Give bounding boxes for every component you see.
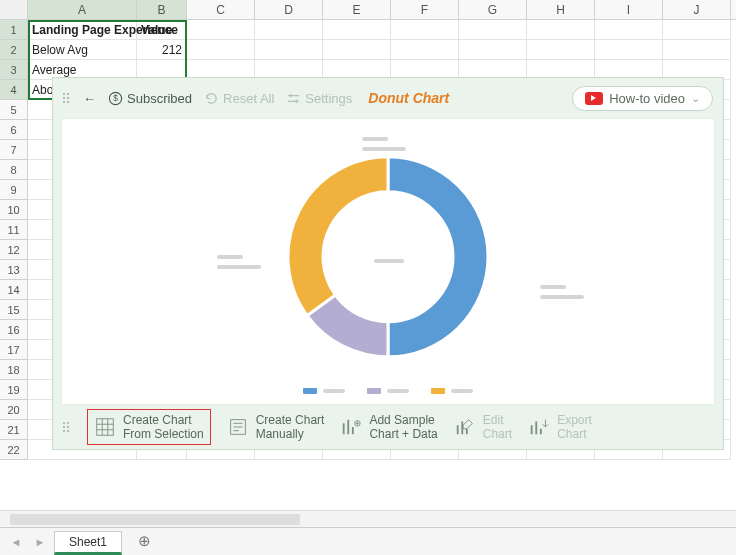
col-header-f[interactable]: F [391,0,459,19]
cell[interactable] [323,40,391,60]
chevron-down-icon: ⌄ [691,92,700,105]
tab-nav-prev[interactable]: ◄ [6,532,26,552]
cell[interactable] [595,40,663,60]
cell[interactable] [527,20,595,40]
add-sample-chart-button[interactable]: Add Sample Chart + Data [340,413,437,442]
add-sheet-button[interactable]: ⊕ [132,530,156,554]
col-header-d[interactable]: D [255,0,323,19]
row-header[interactable]: 9 [0,180,28,200]
reset-icon [204,91,219,106]
row-header[interactable]: 5 [0,100,28,120]
row-header[interactable]: 17 [0,340,28,360]
cell[interactable] [187,40,255,60]
row-header[interactable]: 13 [0,260,28,280]
col-header-b[interactable]: B [137,0,187,19]
label-placeholder [540,285,566,289]
row-header[interactable]: 7 [0,140,28,160]
reset-label: Reset All [223,91,274,106]
create-chart-manually-button[interactable]: Create Chart Manually [227,413,325,442]
create-chart-from-selection-button[interactable]: Create Chart From Selection [87,409,211,446]
row-header[interactable]: 8 [0,160,28,180]
label-placeholder [362,137,388,141]
cell[interactable]: Landing Page Experience [28,20,137,40]
button-label: Create Chart Manually [256,413,325,442]
cell[interactable]: Value [137,20,187,40]
settings-button[interactable]: Settings [286,91,352,106]
legend-swatch [367,388,381,394]
dollar-icon: $ [108,91,123,106]
cell[interactable] [323,20,391,40]
cell[interactable] [255,40,323,60]
cell[interactable] [255,20,323,40]
row-header[interactable]: 4 [0,80,28,100]
subscribed-button[interactable]: $ Subscribed [108,91,192,106]
button-label: Export Chart [557,413,592,442]
form-icon [227,416,249,438]
cell[interactable] [527,40,595,60]
cell[interactable] [459,20,527,40]
back-button[interactable]: ← [83,91,96,106]
label-placeholder [362,147,406,151]
label-placeholder [374,259,404,263]
scrollbar-thumb[interactable] [10,514,300,525]
horizontal-scrollbar[interactable] [0,510,736,527]
cell[interactable]: 212 [137,40,187,60]
donut-slice [288,156,388,315]
col-header-c[interactable]: C [187,0,255,19]
cell[interactable] [663,20,731,40]
sliders-icon [286,91,301,106]
row-header[interactable]: 10 [0,200,28,220]
export-chart-button[interactable]: Export Chart [528,413,592,442]
panel-title: Donut Chart [368,90,449,106]
cell[interactable] [391,20,459,40]
col-header-g[interactable]: G [459,0,527,19]
row-header[interactable]: 19 [0,380,28,400]
row-header[interactable]: 6 [0,120,28,140]
col-header-i[interactable]: I [595,0,663,19]
row-header[interactable]: 20 [0,400,28,420]
chart-preview-area [61,118,715,405]
cell[interactable] [391,40,459,60]
legend-swatch [303,388,317,394]
row-header[interactable]: 22 [0,440,28,460]
drag-handle-icon[interactable] [63,418,71,436]
svg-text:$: $ [113,93,118,103]
cell[interactable] [459,40,527,60]
chart-data-icon [340,416,362,438]
youtube-icon [585,92,603,105]
legend-item [431,388,473,394]
cell[interactable] [187,20,255,40]
edit-chart-button[interactable]: Edit Chart [454,413,512,442]
row-header[interactable]: 3 [0,60,28,80]
export-chart-icon [528,416,550,438]
row-header[interactable]: 12 [0,240,28,260]
select-all-corner[interactable] [0,0,28,19]
cell[interactable] [595,20,663,40]
row-header[interactable]: 11 [0,220,28,240]
legend-label-placeholder [387,389,409,393]
legend-swatch [431,388,445,394]
reset-all-button[interactable]: Reset All [204,91,274,106]
label-placeholder [217,265,261,269]
chart-addin-panel: ← $ Subscribed Reset All Settings Donut … [52,77,724,450]
row-header[interactable]: 16 [0,320,28,340]
row-header[interactable]: 15 [0,300,28,320]
drag-handle-icon[interactable] [63,89,71,107]
col-header-j[interactable]: J [663,0,731,19]
cell[interactable]: Below Avg [28,40,137,60]
chart-legend [303,388,473,394]
tab-nav-next[interactable]: ► [30,532,50,552]
col-header-h[interactable]: H [527,0,595,19]
cell[interactable] [663,40,731,60]
howto-video-button[interactable]: How-to video ⌄ [572,86,713,111]
col-header-a[interactable]: A [28,0,137,19]
legend-label-placeholder [323,389,345,393]
sheet-tab-active[interactable]: Sheet1 [54,531,122,555]
row-header[interactable]: 21 [0,420,28,440]
row-header[interactable]: 1 [0,20,28,40]
col-header-e[interactable]: E [323,0,391,19]
row-header[interactable]: 14 [0,280,28,300]
row-header[interactable]: 2 [0,40,28,60]
row-header[interactable]: 18 [0,360,28,380]
grid-select-icon [94,416,116,438]
